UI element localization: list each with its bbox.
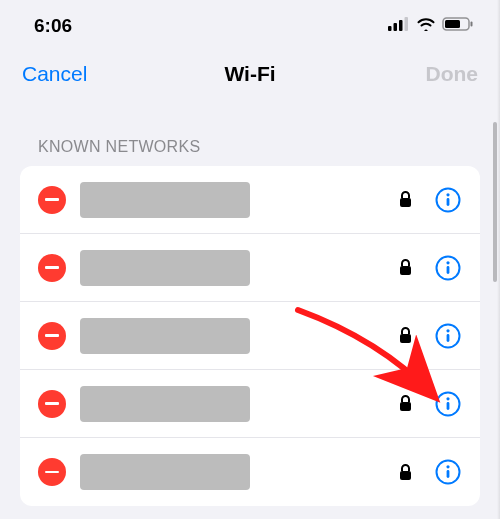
svg-rect-7 [400,198,411,207]
svg-rect-1 [394,23,398,31]
svg-rect-2 [399,20,403,31]
network-name [80,182,250,218]
delete-button[interactable] [38,390,66,418]
svg-rect-26 [447,470,450,478]
delete-button[interactable] [38,458,66,486]
svg-point-17 [446,329,449,332]
cancel-button[interactable]: Cancel [22,62,87,86]
network-name [80,386,250,422]
nav-bar: Cancel Wi-Fi Done [0,48,500,100]
lock-icon [399,395,412,412]
network-name [80,250,250,286]
svg-rect-18 [447,334,450,342]
cellular-icon [388,17,410,35]
svg-rect-5 [445,20,460,28]
status-icons [388,17,474,35]
svg-rect-14 [447,266,450,274]
svg-rect-0 [388,26,392,31]
info-button[interactable] [434,458,462,486]
svg-rect-22 [447,402,450,410]
info-button[interactable] [434,186,462,214]
network-row[interactable] [20,370,480,438]
lock-icon [399,259,412,276]
minus-icon [45,266,59,269]
page-title: Wi-Fi [224,62,275,86]
info-button[interactable] [434,322,462,350]
lock-icon [399,191,412,208]
svg-rect-15 [400,334,411,343]
section-header: KNOWN NETWORKS [0,100,500,166]
svg-rect-23 [400,471,411,480]
done-button[interactable]: Done [426,62,479,86]
network-row[interactable] [20,234,480,302]
network-row[interactable] [20,438,480,506]
svg-rect-6 [471,22,473,27]
network-name [80,454,250,490]
network-name [80,318,250,354]
svg-point-9 [446,193,449,196]
battery-icon [442,17,474,35]
status-time: 6:06 [34,15,72,37]
svg-point-21 [446,397,449,400]
wifi-icon [416,17,436,35]
known-networks-list [20,166,480,506]
delete-button[interactable] [38,322,66,350]
svg-point-13 [446,261,449,264]
minus-icon [45,334,59,337]
svg-rect-11 [400,266,411,275]
network-row[interactable] [20,166,480,234]
svg-rect-3 [405,17,409,31]
minus-icon [45,471,59,474]
svg-rect-10 [447,198,450,206]
minus-icon [45,198,59,201]
network-row[interactable] [20,302,480,370]
minus-icon [45,402,59,405]
lock-icon [399,327,412,344]
lock-icon [399,464,412,481]
info-button[interactable] [434,254,462,282]
status-bar: 6:06 [0,0,500,48]
svg-rect-19 [400,402,411,411]
delete-button[interactable] [38,186,66,214]
delete-button[interactable] [38,254,66,282]
info-button[interactable] [434,390,462,418]
svg-point-25 [446,465,449,468]
